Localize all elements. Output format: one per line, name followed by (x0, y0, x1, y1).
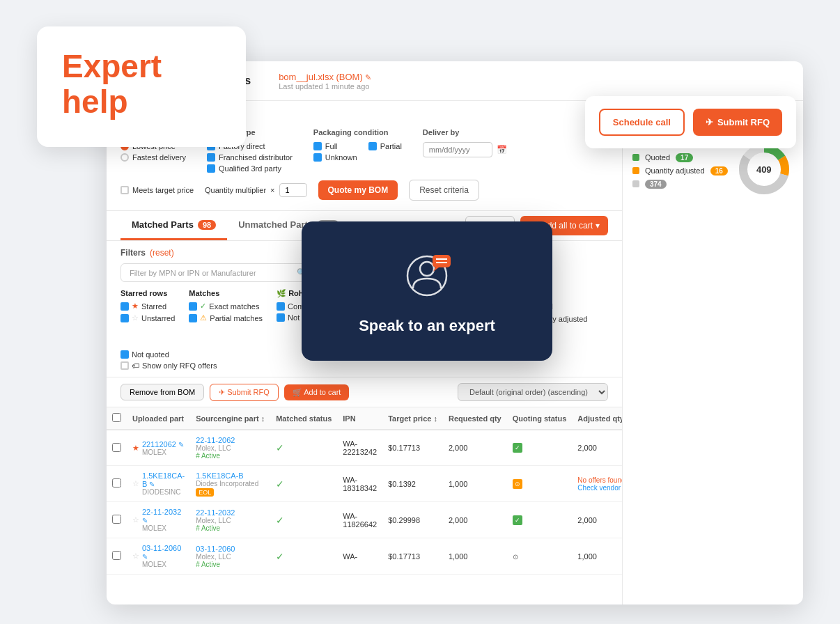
select-all-checkbox[interactable] (112, 413, 121, 422)
stat-qty-adj-label: Quantity adjusted (645, 166, 705, 175)
radio-fastest (120, 153, 129, 162)
table-row: ☆ 22-11-2032 ✎ MOLEX 22-11- (107, 502, 622, 538)
dot-qty-adj (632, 167, 639, 174)
row4-checkbox[interactable] (112, 551, 121, 560)
supplier-qualified[interactable]: Qualified 3rd party (207, 164, 293, 173)
expert-title-line1: Expert (62, 49, 221, 84)
row4-source-link[interactable]: 03-11-2060 (196, 545, 265, 553)
check-mark-icon: ✓ (200, 302, 206, 311)
deliver-by-input-group: 📅 (423, 142, 507, 157)
dot-quoted (632, 154, 639, 161)
offer-fastest[interactable]: Fastest delivery (120, 153, 186, 162)
pkg-full[interactable]: Full (313, 142, 357, 150)
qty-multiplier-group: Quantity multiplier × (205, 183, 306, 197)
packaging-options: Full Unknown (313, 142, 402, 162)
filters-reset[interactable]: (reset) (150, 248, 174, 258)
tab-matched-label: Matched Parts (132, 219, 194, 230)
submit-rfq-button[interactable]: ✈ Submit RFQ (210, 384, 279, 401)
row2-star[interactable]: ☆ (132, 479, 139, 488)
filter-exact-item[interactable]: ✓ Exact matches (189, 302, 263, 311)
check-vendor-link[interactable]: Check vendor network (577, 484, 622, 492)
row3-mpn: 22-11-2032 ✎ (142, 508, 185, 524)
supplier-franchised-label: Franchised distributor (219, 153, 293, 162)
quote-bom-button[interactable]: Quote my BOM (318, 180, 398, 200)
filter-rfq-only-item[interactable]: 🏷 Show only RFQ offers (120, 361, 217, 370)
stat-qty-adj-count: 16 (710, 166, 728, 176)
remove-bom-button[interactable]: Remove from BOM (120, 384, 204, 400)
td-target-price: $0.17713 (382, 430, 443, 466)
filter-starred-item[interactable]: ★ Starred (120, 302, 175, 311)
supplier-franchised[interactable]: Franchised distributor (207, 153, 293, 162)
td-checkbox (107, 538, 127, 575)
donut-center-value: 409 (756, 164, 772, 175)
row2-source-link[interactable]: 1.5KE18CA-B (196, 471, 265, 480)
deliver-by-group: Deliver by 📅 (423, 128, 507, 157)
row1-source-link[interactable]: 22-11-2062 (196, 436, 265, 444)
pkg-partial[interactable]: Partial (368, 142, 402, 150)
meets-target-label: Meets target price (132, 186, 194, 194)
schedule-call-button[interactable]: Schedule call (599, 109, 685, 136)
add-to-cart-button[interactable]: 🛒 Add to cart (284, 384, 350, 400)
speak-to-expert-overlay[interactable]: Speak to an expert (302, 221, 552, 361)
row4-mfr: MOLEX (142, 561, 185, 568)
td-quoting-status: ✓ (507, 430, 573, 466)
warning-icon: ⚠ (200, 313, 207, 322)
svg-point-5 (420, 262, 434, 276)
pkg-unknown[interactable]: Unknown (313, 153, 357, 162)
check-not-compliant (277, 313, 285, 322)
td-uploaded-part: ★ 22112062 ✎ MOLEX (127, 430, 190, 466)
sort-select[interactable]: Default (original order) (ascending) (458, 383, 608, 401)
reset-criteria-button[interactable]: Reset criteria (409, 180, 479, 201)
expert-title-line2: help (62, 84, 221, 120)
td-target-price: $0.1392 (382, 466, 443, 502)
row3-star[interactable]: ☆ (132, 515, 139, 524)
filter-status3: Not quoted 🏷 Show only RFQ offers (120, 338, 217, 370)
deliver-date-input[interactable] (423, 142, 492, 157)
edit-icon[interactable]: ✎ (365, 73, 371, 81)
td-uploaded-part: ☆ 1.5KE18CA-B ✎ DIODESINC (127, 466, 190, 502)
td-quoting-status: ⊙ (507, 466, 573, 502)
check-unstarred (120, 314, 129, 322)
check-exact (189, 302, 197, 311)
td-checkbox (107, 430, 127, 466)
tab-matched-badge: 98 (198, 220, 216, 230)
add-cart-label: Add to cart (304, 388, 341, 396)
search-filter[interactable]: Filter by MPN or IPN or Manufacturer 🔍 (120, 263, 316, 282)
row3-status: # Active (196, 524, 265, 532)
row1-checkbox[interactable] (112, 443, 121, 452)
td-adj-qty: 2,000 (572, 502, 622, 538)
td-source-part: 22-11-2032 Molex, LLC # Active (190, 502, 270, 538)
td-source-part: 03-11-2060 Molex, LLC # Active (190, 538, 270, 575)
td-source-part: 1.5KE18CA-B Diodes Incorporated EOL (190, 466, 270, 502)
row3-source-link[interactable]: 22-11-2032 (196, 508, 265, 517)
donut-chart: 409 (736, 141, 792, 197)
td-target-price: $0.17713 (382, 538, 443, 575)
td-req-qty: 2,000 (443, 502, 507, 538)
row2-checkbox[interactable] (112, 478, 121, 488)
check-rfq-only (120, 361, 129, 370)
calendar-icon[interactable]: 📅 (497, 145, 507, 155)
td-adj-qty: 1,000 (572, 538, 622, 575)
td-uploaded-part: ☆ 22-11-2032 ✎ MOLEX (127, 502, 190, 538)
meets-target[interactable]: Meets target price (120, 186, 194, 194)
filter-matches: Matches ✓ Exact matches ⚠ Partial match (189, 289, 263, 324)
filter-partial-item[interactable]: ⚠ Partial matches (189, 313, 263, 322)
pkg-full-label: Full (325, 142, 338, 150)
tab-matched[interactable]: Matched Parts 98 (120, 211, 227, 240)
th-source-part: Sourcengine part ↕ (190, 407, 270, 430)
submit-rfq-main-button[interactable]: ✈ Submit RFQ (693, 109, 782, 136)
expert-card: Expert help (37, 26, 246, 147)
filter-unstarred-item[interactable]: ☆ Unstarred (120, 313, 175, 322)
filter-not-quoted-item[interactable]: Not quoted (120, 350, 217, 359)
expert-avatar-icon (399, 248, 455, 304)
th-adjusted-qty: Adjusted qty (572, 407, 622, 430)
row3-checkbox[interactable] (112, 515, 121, 524)
offer-fastest-label: Fastest delivery (132, 153, 186, 162)
row4-status: # Active (196, 561, 265, 568)
th-checkbox (107, 407, 127, 430)
check-full (313, 142, 322, 150)
row1-star[interactable]: ★ (132, 444, 139, 453)
row4-star[interactable]: ☆ (132, 552, 139, 561)
qty-multiplier-input[interactable] (279, 183, 307, 197)
pkg-partial-label: Partial (380, 142, 402, 150)
